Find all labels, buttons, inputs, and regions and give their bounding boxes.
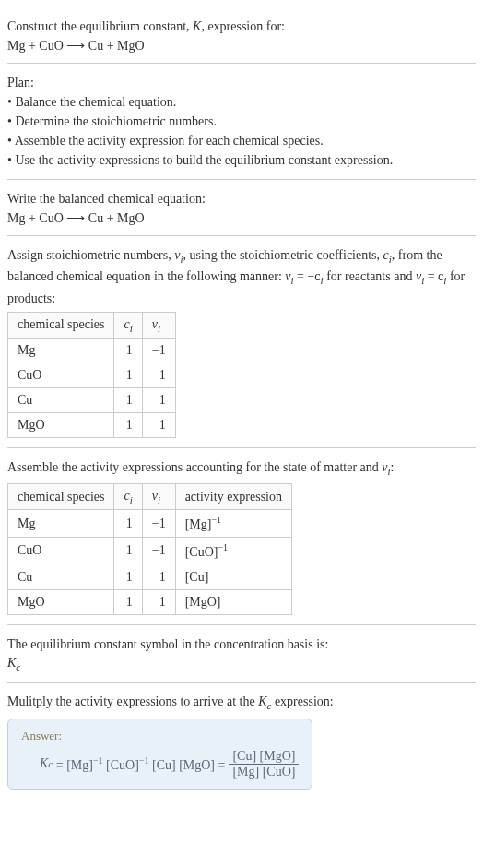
plan-item-2: • Assemble the activity expression for e… (7, 131, 476, 150)
cell-a: [Cu] (175, 565, 291, 589)
multiply-section: Mulitply the activity expressions to arr… (7, 683, 476, 799)
table-row: Mg1−1 (8, 339, 176, 363)
cell-c: 1 (114, 388, 142, 413)
cell-species: Cu (8, 565, 114, 589)
multiply-heading: Mulitply the activity expressions to arr… (7, 692, 476, 713)
intro-equation: Mg + CuO ⟶ Cu + MgO (7, 38, 476, 54)
cell-species: MgO (8, 413, 114, 438)
cell-species: MgO (8, 589, 114, 614)
fraction-den: [Mg] [CuO] (229, 765, 299, 779)
answer-fraction: [Cu] [MgO] [Mg] [CuO] (229, 749, 299, 779)
th-ni-sub: i (158, 322, 160, 333)
cell-c: 1 (114, 538, 142, 565)
answer-lhs: K (40, 756, 48, 771)
cell-n: −1 (142, 510, 175, 538)
th-activity: activity expression (175, 483, 291, 510)
table-row: MgO11[MgO] (8, 589, 292, 614)
cell-species: Mg (8, 510, 114, 538)
intro-K: K (193, 19, 201, 33)
answer-equation: Kc = [Mg]−1 [CuO]−1 [Cu] [MgO] = [Cu] [M… (21, 749, 299, 779)
cell-species: Cu (8, 388, 114, 413)
intro-text: Construct the equilibrium constant, K, e… (7, 17, 476, 36)
cell-n: −1 (142, 538, 175, 565)
table-row: CuO1−1[CuO]−1 (8, 538, 292, 565)
activity-heading2: : (391, 460, 395, 474)
answer-label: Answer: (21, 729, 299, 743)
cell-n: −1 (142, 339, 175, 363)
symbol-kc: Kc (7, 656, 476, 672)
cell-c: 1 (114, 510, 142, 538)
th-activity-text: activity expression (185, 490, 282, 504)
activity-section: Assemble the activity expressions accoun… (7, 448, 476, 624)
table-row: CuO1−1 (8, 363, 176, 388)
table-header-row: chemical species ci νi (8, 312, 176, 339)
table-row: Mg1−1[Mg]−1 (8, 510, 292, 538)
intro-line1b: , expression for: (201, 19, 285, 33)
cell-c: 1 (114, 339, 142, 363)
plan-item-1: • Determine the stoichiometric numbers. (7, 112, 476, 131)
stoich-section: Assign stoichiometric numbers, νi, using… (7, 236, 476, 448)
stoich-t4: for reactants and (324, 269, 416, 283)
cell-n: 1 (142, 388, 175, 413)
cell-a: [MgO] (175, 589, 291, 614)
multiply-kc: K (258, 695, 266, 708)
th-ci-sub: i (130, 493, 133, 505)
balanced-section: Write the balanced chemical equation: Mg… (7, 180, 476, 236)
cell-species: CuO (8, 363, 114, 388)
multiply-heading2: expression: (271, 695, 333, 708)
intro-line1: Construct the equilibrium constant, (7, 19, 193, 33)
table-row: MgO11 (8, 413, 176, 438)
activity-heading-text: Assemble the activity expressions accoun… (7, 460, 382, 474)
intro-section: Construct the equilibrium constant, K, e… (7, 7, 476, 64)
plan-heading: Plan: (7, 73, 476, 92)
th-ni: νi (142, 312, 175, 339)
cell-n: 1 (142, 565, 175, 589)
symbol-section: The equilibrium constant symbol in the c… (7, 625, 476, 683)
th-species-text: chemical species (18, 317, 104, 331)
table-row: Cu11 (8, 388, 176, 413)
stoich-t1: Assign stoichiometric numbers, (7, 248, 174, 262)
cell-c: 1 (114, 589, 142, 614)
stoich-table: chemical species ci νi Mg1−1 CuO1−1 Cu11… (7, 312, 176, 439)
cell-species: Mg (8, 339, 114, 363)
table-row: Cu11[Cu] (8, 565, 292, 589)
stoich-t2: , using the stoichiometric coefficients, (183, 248, 383, 262)
multiply-heading-text: Mulitply the activity expressions to arr… (7, 695, 258, 708)
th-ni: νi (142, 483, 175, 510)
answer-box: Answer: Kc = [Mg]−1 [CuO]−1 [Cu] [MgO] =… (7, 719, 312, 790)
th-species-text: chemical species (18, 490, 104, 504)
table-header-row: chemical species ci νi activity expressi… (8, 483, 292, 510)
balanced-heading: Write the balanced chemical equation: (7, 189, 476, 208)
cell-c: 1 (114, 413, 142, 438)
stoich-e2b: = c (424, 269, 443, 283)
cell-c: 1 (114, 565, 142, 589)
th-species: chemical species (8, 312, 114, 339)
cell-species: CuO (8, 538, 114, 565)
kc-sub: c (16, 661, 20, 672)
balanced-equation: Mg + CuO ⟶ Cu + MgO (7, 210, 476, 226)
plan-item-0: • Balance the chemical equation. (7, 92, 476, 112)
th-ni-sub: i (158, 493, 160, 505)
th-ci: ci (114, 312, 142, 339)
cell-a: [Mg]−1 (175, 510, 291, 538)
th-ci-sub: i (130, 322, 133, 333)
cell-n: 1 (142, 413, 175, 438)
cell-a: [CuO]−1 (175, 538, 291, 565)
cell-n: 1 (142, 589, 175, 614)
plan-section: Plan: • Balance the chemical equation. •… (7, 64, 476, 180)
plan-item-3: • Use the activity expressions to build … (7, 150, 476, 170)
th-ci: ci (114, 483, 142, 510)
activity-table: chemical species ci νi activity expressi… (7, 483, 292, 615)
cell-n: −1 (142, 363, 175, 388)
cell-c: 1 (114, 363, 142, 388)
symbol-heading: The equilibrium constant symbol in the c… (7, 635, 476, 654)
answer-eq-text: = [Mg]−1 [CuO]−1 [Cu] [MgO] = (53, 755, 225, 773)
th-species: chemical species (8, 483, 114, 510)
kc-k: K (7, 656, 16, 670)
stoich-e1b: = −c (294, 269, 321, 283)
fraction-num: [Cu] [MgO] (229, 749, 299, 765)
stoich-text: Assign stoichiometric numbers, νi, using… (7, 245, 476, 308)
activity-heading: Assemble the activity expressions accoun… (7, 458, 476, 479)
